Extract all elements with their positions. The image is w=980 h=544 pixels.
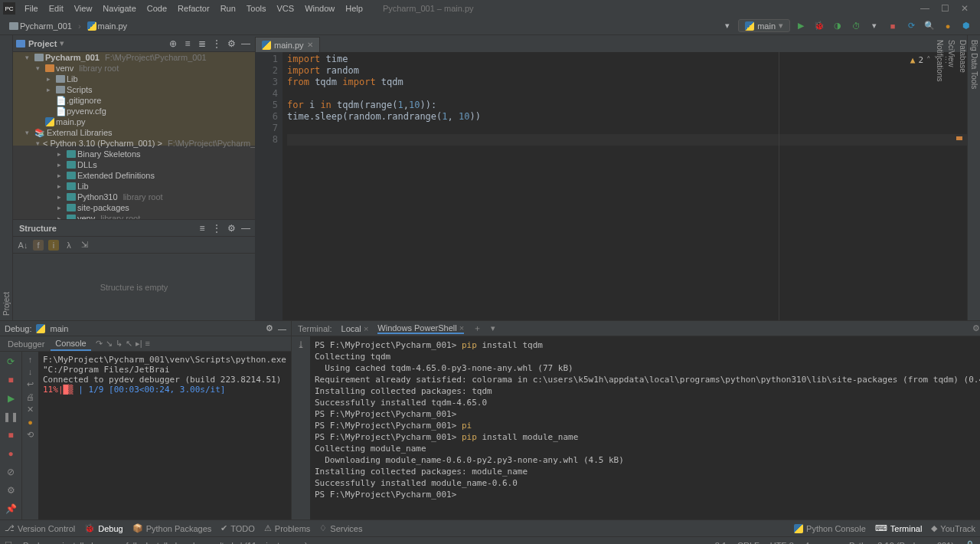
code-area[interactable]: import time import random from tqdm impo… — [283, 52, 967, 320]
terminal-tab-ps[interactable]: Windows PowerShell × — [377, 323, 464, 334]
debug-button[interactable]: 🐞 — [812, 18, 827, 34]
mute-breakpoints-icon[interactable]: ⊘ — [4, 465, 18, 479]
print-icon[interactable]: 🖨 — [26, 392, 34, 401]
tree-item[interactable]: 📄.gitignore — [13, 95, 255, 106]
autoscroll-icon[interactable]: ⇲ — [79, 240, 90, 251]
tree-item[interactable]: ▸Lib — [13, 74, 255, 84]
stripe-notifications[interactable]: Notifications — [934, 35, 946, 320]
run-to-cursor-icon[interactable]: ▸| — [136, 339, 142, 349]
wrap-icon[interactable]: ↩ — [27, 379, 34, 389]
tw-python-console[interactable]: Python Console — [794, 524, 866, 533]
evaluate-icon[interactable]: ≡ — [145, 339, 150, 349]
down-icon[interactable]: ↓ — [28, 367, 33, 376]
ide-scripting-button[interactable]: ● — [940, 18, 956, 34]
menu-view[interactable]: View — [70, 2, 97, 15]
stripe-bookmarks[interactable]: Bookmarks — [0, 273, 1, 320]
status-encoding[interactable]: UTF-8 — [770, 541, 794, 545]
terminal-content[interactable]: PS F:\MyProject\Pycharm_001> pip install… — [310, 336, 980, 519]
status-icon[interactable]: ☐ — [5, 540, 12, 544]
editor-tab-main[interactable]: main.py ✕ — [255, 37, 320, 52]
menu-file[interactable]: File — [20, 2, 43, 15]
scroll-down-icon[interactable]: ⤓ — [297, 339, 305, 350]
settings-icon[interactable]: ⚙ — [266, 323, 273, 333]
tree-ext-libs[interactable]: ▾📚External Libraries — [13, 127, 255, 138]
options-button[interactable]: ⋮ — [211, 223, 223, 234]
tw-todo[interactable]: ✔TODO — [220, 523, 255, 533]
tab-debugger[interactable]: Debugger — [3, 338, 49, 350]
select-opened-file-button[interactable]: ⊕ — [167, 38, 179, 49]
tw-youtrack[interactable]: ◆YouTrack — [931, 523, 975, 533]
show-options-button[interactable]: ⋮ — [211, 38, 223, 49]
expand-all-button[interactable]: ≡ — [181, 38, 194, 49]
coverage-button[interactable]: ◑ — [830, 18, 845, 34]
run-button[interactable]: ▶ — [793, 18, 808, 34]
tree-item[interactable]: ▸Extended Definitions — [13, 170, 255, 181]
stripe-sciview[interactable]: SciView — [946, 35, 957, 320]
settings-button[interactable]: ⚙ — [225, 223, 237, 234]
tw-problems[interactable]: ⚠Problems — [264, 523, 310, 533]
tree-root[interactable]: ▾Pycharm_001 F:\MyProject\Pycharm_001 — [13, 52, 255, 63]
new-terminal-icon[interactable]: ＋ — [473, 323, 482, 334]
rerun-icon[interactable]: ⟳ — [4, 355, 18, 369]
step-over-icon[interactable]: ↷ — [96, 339, 103, 349]
settings-icon[interactable]: ⚙ — [972, 323, 980, 333]
close-tab-icon[interactable]: ✕ — [307, 41, 313, 49]
project-tree[interactable]: ▾Pycharm_001 F:\MyProject\Pycharm_001 ▾v… — [13, 52, 255, 219]
tw-python-packages[interactable]: 📦Python Packages — [132, 523, 212, 533]
view-breakpoints-icon[interactable]: ● — [4, 447, 18, 460]
menu-edit[interactable]: Edit — [44, 2, 68, 15]
history-icon[interactable]: ⟲ — [27, 430, 34, 440]
terminal-dropdown-icon[interactable]: ▾ — [491, 323, 495, 333]
profile-button[interactable]: ⏱ — [848, 18, 864, 34]
tree-item[interactable]: ▸Binary Skeletons — [13, 149, 255, 159]
tree-item[interactable]: 📄pyvenv.cfg — [13, 106, 255, 116]
tw-version-control[interactable]: ⎇Version Control — [5, 523, 75, 533]
status-indent[interactable]: 4 spaces — [805, 541, 838, 545]
stop2-icon[interactable]: ■ — [4, 428, 18, 442]
up-icon[interactable]: ↑ — [28, 355, 33, 364]
stripe-database[interactable]: Database — [957, 35, 969, 320]
breadcrumb-project[interactable]: Pycharm_001 — [6, 20, 75, 32]
status-pos[interactable]: 8:1 — [715, 541, 727, 545]
tree-main-file[interactable]: main.py — [13, 116, 255, 127]
tw-terminal[interactable]: ⌨Terminal — [875, 523, 923, 533]
tree-item[interactable]: ▸Scripts — [13, 84, 255, 95]
maximize-icon[interactable]: ☐ — [939, 3, 951, 14]
tw-debug[interactable]: 🐞Debug — [84, 523, 122, 533]
stripe-bigdata[interactable]: Big Data Tools — [969, 35, 980, 320]
update-button[interactable]: ⟳ — [903, 18, 919, 34]
settings-button[interactable]: ⚙ — [225, 38, 237, 49]
lock-icon[interactable]: 🔒 — [965, 540, 975, 544]
expand-button[interactable]: ≡ — [196, 223, 208, 234]
stop-icon[interactable]: ■ — [4, 373, 18, 387]
step-into-icon[interactable]: ↘ — [106, 339, 113, 349]
clear-icon[interactable]: ✕ — [27, 405, 34, 415]
settings-icon[interactable]: ⚙ — [4, 483, 18, 497]
breadcrumb-file[interactable]: main.py — [84, 20, 131, 32]
tree-item[interactable]: ▸Lib — [13, 181, 255, 192]
more-run-button[interactable]: ▾ — [867, 18, 882, 34]
chevron-down-icon[interactable]: ▾ — [60, 38, 64, 48]
warnings-icon[interactable]: ▲ — [910, 55, 916, 65]
code-editor[interactable]: 12345678 import time import random from … — [255, 52, 967, 320]
menu-code[interactable]: Code — [142, 2, 172, 15]
stripe-project[interactable]: Project — [1, 35, 12, 320]
minimize-icon[interactable]: — — [919, 3, 931, 14]
menu-run[interactable]: Run — [216, 2, 240, 15]
terminal-tab-local[interactable]: Local × — [341, 324, 369, 333]
show-fields-icon[interactable]: f — [33, 240, 44, 251]
tree-item[interactable]: ▸DLLs — [13, 159, 255, 170]
hide-panel-button[interactable]: — — [240, 223, 252, 234]
tree-python-sdk[interactable]: ▾< Python 3.10 (Pycharm_001) > F:\MyProj… — [13, 138, 255, 149]
menu-help[interactable]: Help — [341, 2, 368, 15]
structure-panel-title[interactable]: Structure — [19, 224, 57, 233]
tree-venv[interactable]: ▾venv library root — [13, 63, 255, 74]
menu-vcs[interactable]: VCS — [273, 2, 299, 15]
pin-icon[interactable]: 📌 — [4, 502, 18, 516]
menu-refactor[interactable]: Refactor — [173, 2, 214, 15]
database-button[interactable]: ⬢ — [959, 18, 974, 34]
search-everywhere-button[interactable]: 🔍 — [922, 18, 937, 34]
debug-console[interactable]: F:\MyProject\Pycharm_001\venv\Scripts\py… — [38, 352, 291, 519]
hide-panel-button[interactable]: — — [240, 38, 252, 49]
run-config-selector[interactable]: main▾ — [738, 19, 790, 32]
